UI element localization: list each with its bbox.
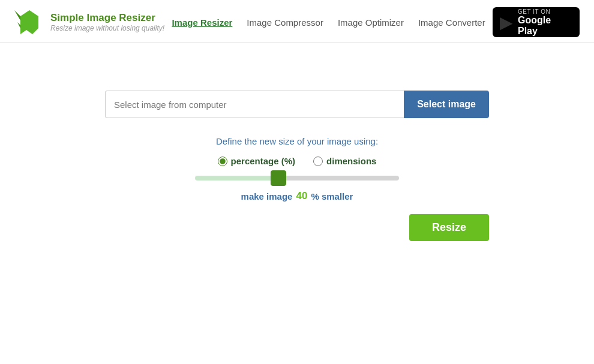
logo-text-area: Simple Image Resizer Resize image withou… xyxy=(50,12,164,32)
nav-image-compressor[interactable]: Image Compressor xyxy=(247,17,323,28)
get-it-on-label: GET IT ON xyxy=(518,8,572,15)
file-path-input[interactable] xyxy=(105,91,404,118)
resize-options: percentage (%) dimensions xyxy=(218,156,377,166)
resize-btn-row: Resize xyxy=(105,214,489,241)
google-play-text: GET IT ON Google Play xyxy=(518,8,572,36)
option-dimensions[interactable]: dimensions xyxy=(313,156,376,166)
option-percentage[interactable]: percentage (%) xyxy=(218,156,296,166)
svg-marker-2 xyxy=(17,22,20,28)
make-smaller-text: make image 40 % smaller xyxy=(241,190,353,202)
main-content: Select image Define the new size of your… xyxy=(0,43,594,265)
logo-icon xyxy=(14,7,44,37)
size-section: Define the new size of your image using:… xyxy=(105,136,489,202)
percentage-slider[interactable] xyxy=(195,176,399,181)
select-image-button[interactable]: Select image xyxy=(404,91,489,118)
make-image-suffix: % smaller xyxy=(311,191,353,201)
main-nav: Image Resizer Image Compressor Image Opt… xyxy=(172,17,485,28)
svg-marker-1 xyxy=(14,10,20,20)
radio-percentage[interactable] xyxy=(218,157,227,166)
google-play-badge[interactable]: ▶ GET IT ON Google Play xyxy=(493,7,580,37)
nav-image-resizer[interactable]: Image Resizer xyxy=(172,17,232,28)
nav-image-converter[interactable]: Image Converter xyxy=(418,17,485,28)
google-play-store-name: Google Play xyxy=(518,15,572,36)
logo-title: Simple Image Resizer xyxy=(50,12,164,24)
header: Simple Image Resizer Resize image withou… xyxy=(0,0,594,43)
logo-area: Simple Image Resizer Resize image withou… xyxy=(14,7,164,37)
resize-button[interactable]: Resize xyxy=(409,214,489,241)
radio-percentage-label: percentage (%) xyxy=(231,156,296,166)
google-play-icon: ▶ xyxy=(500,13,513,32)
nav-image-optimizer[interactable]: Image Optimizer xyxy=(338,17,404,28)
logo-subtitle: Resize image without losing quality! xyxy=(50,24,164,32)
make-image-prefix: make image xyxy=(241,191,293,201)
svg-marker-0 xyxy=(20,10,38,34)
define-size-label: Define the new size of your image using: xyxy=(216,136,378,146)
radio-dimensions[interactable] xyxy=(313,157,323,166)
radio-dimensions-label: dimensions xyxy=(326,156,376,166)
file-input-row: Select image xyxy=(105,91,489,118)
percentage-display: 40 xyxy=(296,190,307,202)
slider-container xyxy=(195,176,399,181)
